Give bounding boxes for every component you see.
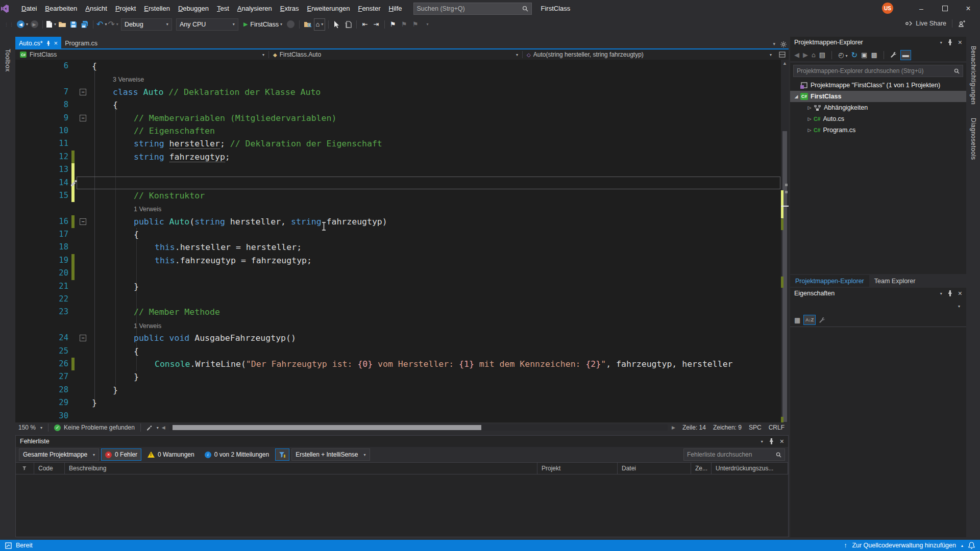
sync-with-active-document-icon[interactable]: ▩ [871, 51, 877, 59]
menu-item-test[interactable]: Test [213, 0, 233, 17]
open-file-button[interactable] [57, 19, 67, 30]
code-line[interactable]: 19this.fahrzeugtyp = fahrzeugtyp; [15, 254, 789, 267]
problems-indicator[interactable]: ✓ Keine Probleme gefunden [51, 424, 138, 431]
navigate-home-button[interactable]: ⌂▾ [314, 18, 325, 31]
scrollbar-thumb[interactable] [173, 425, 481, 430]
scope-filter-dropdown[interactable]: Gesamte Projektmappe▾ [19, 448, 99, 461]
document-tab-program.cs[interactable]: Program.cs [61, 37, 101, 49]
alphabetical-sort-toggle[interactable]: A↓Z [803, 315, 816, 325]
redo-button[interactable]: ↷▾ [108, 19, 118, 30]
tree-expand-caret[interactable]: ▷ [806, 116, 813, 121]
show-all-files-toggle[interactable]: ▬ [900, 50, 911, 60]
tree-item-projektmappefirstclass1v[interactable]: Projektmappe "FirstClass" (1 von 1 Proje… [790, 80, 966, 91]
code-line[interactable]: 28} [15, 384, 789, 396]
fold-collapse-box[interactable]: − [80, 218, 86, 225]
quick-actions-screwdriver-icon[interactable] [70, 179, 78, 187]
breadcrumb-project[interactable]: C# FirstClass▾ [15, 51, 268, 58]
solution-explorer-header[interactable]: Projektmappen-Explorer ▾ × [790, 37, 966, 48]
code-line[interactable]: 15// Konstruktor [15, 189, 789, 202]
code-line[interactable]: 25{ [15, 345, 789, 358]
start-debugging-button[interactable]: ▶ FirstClass▾ [243, 21, 282, 28]
menu-item-ansicht[interactable]: Ansicht [81, 0, 111, 17]
code-line[interactable]: 13 [15, 163, 789, 176]
pin-icon[interactable] [948, 39, 952, 45]
codelens-references[interactable]: 1 Verweis [134, 206, 161, 213]
feedback-icon[interactable] [958, 20, 966, 27]
codelens-row[interactable]: 1 Verweis [15, 319, 789, 332]
window-position-icon[interactable]: ▾ [940, 291, 942, 296]
undo-button[interactable]: ↶▾ [96, 19, 107, 30]
menu-item-analysieren[interactable]: Analysieren [233, 0, 276, 17]
property-pages-wrench-icon[interactable] [819, 317, 825, 323]
close-button[interactable]: × [957, 0, 980, 17]
live-share-control[interactable]: Live Share [905, 19, 966, 28]
code-line[interactable]: 29} [15, 396, 789, 409]
toolbox-tab[interactable]: Toolbox [4, 49, 11, 72]
tree-item-program.cs[interactable]: ▷C#Program.cs [790, 124, 966, 136]
code-line[interactable]: 16−public Auto(string hersteller, string… [15, 215, 789, 228]
minimize-button[interactable]: – [910, 0, 933, 17]
back-icon[interactable]: ◀ [794, 51, 799, 59]
menu-item-datei[interactable]: Datei [17, 0, 41, 17]
code-line[interactable]: 11string hersteller; // Deklaration der … [15, 137, 789, 150]
code-line[interactable]: 20 [15, 267, 789, 280]
code-line[interactable]: 24−public void AusgabeFahrzeugtyp() [15, 332, 789, 344]
split-window-button[interactable] [779, 52, 786, 58]
switch-views-icon[interactable]: ▤ [819, 51, 825, 59]
window-options-icon[interactable] [780, 41, 787, 47]
select-tool-button[interactable] [332, 19, 342, 30]
add-to-source-control-button[interactable]: Zur Quellcodeverwaltung hinzufügen [852, 542, 956, 549]
errors-filter-button[interactable]: × 0 Fehler [101, 448, 141, 461]
menu-item-erweiterungen[interactable]: Erweiterungen [303, 0, 354, 17]
pending-changes-filter-icon[interactable]: ◴▾ [838, 51, 847, 59]
column-header-beschreibung[interactable]: Beschreibung [65, 463, 537, 474]
close-icon[interactable]: × [958, 38, 962, 46]
tree-expand-caret[interactable]: ▷ [806, 105, 813, 110]
code-line[interactable]: 18this.hersteller = hersteller; [15, 241, 789, 254]
eol-indicator[interactable]: CRLF [769, 424, 785, 431]
column-header-ze[interactable]: Ze... [691, 463, 712, 474]
toggle-bookmark-button[interactable]: ⚑ [388, 19, 398, 30]
tree-item-auto.cs[interactable]: ▷C#Auto.cs [790, 113, 966, 124]
window-position-icon[interactable]: ▾ [761, 439, 763, 444]
toolbar-grip[interactable]: ⋮⋮ [4, 22, 14, 27]
fold-collapse-box[interactable]: − [80, 89, 86, 95]
filter-toggle-button[interactable] [275, 448, 289, 461]
spaces-indicator[interactable]: SPC [749, 424, 762, 431]
editor-horizontal-scrollbar[interactable] [169, 424, 668, 431]
code-line[interactable]: 23// Member Methode [15, 306, 789, 318]
scroll-up-arrow-icon[interactable]: ▲ [781, 61, 789, 66]
code-line[interactable]: 8{ [15, 98, 789, 111]
next-bookmark-button[interactable]: ⚑ [410, 19, 421, 30]
solution-platform-dropdown[interactable]: Any CPU▾ [176, 18, 238, 31]
active-files-dropdown-icon[interactable]: ▾ [773, 41, 775, 47]
copy-format-button[interactable] [343, 19, 353, 30]
code-line[interactable]: 27} [15, 370, 789, 383]
error-list-header[interactable]: Fehlerliste ▾ × [16, 436, 788, 447]
menu-item-debuggen[interactable]: Debuggen [174, 0, 213, 17]
tree-item-abhngigkeiten[interactable]: ▷Abhängigkeiten [790, 102, 966, 113]
code-editor[interactable]: 6{3 Verweise7−class Auto // Deklaration … [15, 60, 789, 422]
char-indicator[interactable]: Zeichen: 9 [713, 424, 742, 431]
row-filter-column-icon[interactable] [16, 463, 34, 474]
code-line[interactable]: 26Console.WriteLine("Der Fahrzeugtyp ist… [15, 358, 789, 370]
home-icon[interactable]: ⌂ [812, 51, 816, 59]
solution-explorer-search-box[interactable]: Projektmappen-Explorer durchsuchen (Strg… [793, 65, 963, 77]
document-tab-auto.cs[interactable]: Auto.cs*× [15, 37, 61, 49]
codelens-references[interactable]: 3 Verweise [113, 76, 144, 83]
navigate-forward-button[interactable]: ▶ [29, 19, 39, 30]
save-all-button[interactable] [80, 19, 90, 30]
forward-icon[interactable]: ▶ [803, 51, 808, 59]
tree-expand-caret[interactable]: ▷ [806, 128, 813, 133]
menu-item-erstellen[interactable]: Erstellen [140, 0, 174, 17]
source-filter-dropdown[interactable]: Erstellen + IntelliSense▾ [291, 448, 370, 461]
code-line[interactable]: 9−// Membervariablen (Mitgliedervariable… [15, 112, 789, 124]
tree-item-firstclass[interactable]: ◢C#FirstClass [790, 91, 966, 102]
tree-expand-caret[interactable]: ◢ [793, 94, 799, 99]
panel-tab-projektmappen-explorer[interactable]: Projektmappen-Explorer [790, 275, 869, 287]
window-position-icon[interactable]: ▾ [940, 40, 942, 45]
breadcrumb-type[interactable]: ◆ FirstClass.Auto▾ [269, 51, 522, 58]
properties-wrench-icon[interactable] [890, 52, 897, 58]
collapse-all-icon[interactable]: ▣ [861, 51, 867, 59]
refresh-icon[interactable]: ↻ [851, 51, 858, 60]
